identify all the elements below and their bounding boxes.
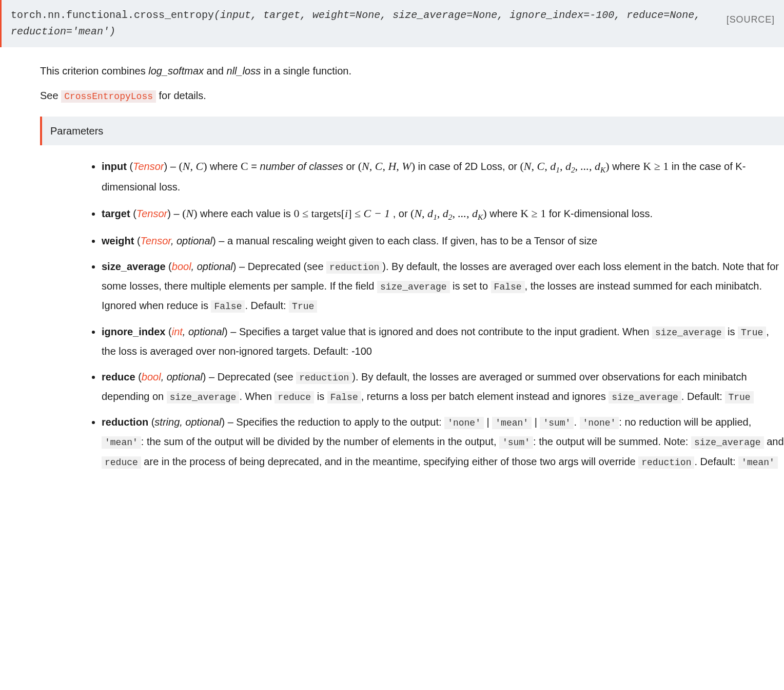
intro-paragraph: This criterion combines log_softmax and … — [40, 63, 784, 79]
param-size-average: size_average (bool, optional) – Deprecat… — [102, 257, 784, 316]
parameter-list: input (Tensor) – (N, C) where C = number… — [40, 156, 784, 471]
math-nchw: (N, C, H, W) — [358, 160, 415, 172]
tensor-type-link[interactable]: Tensor — [141, 235, 171, 246]
intro-em1: log_softmax — [148, 65, 204, 76]
intro-em2: nll_loss — [227, 65, 261, 76]
cross-entropy-loss-link[interactable]: CrossEntropyLoss — [61, 90, 156, 103]
param-input: input (Tensor) – (N, C) where C = number… — [102, 156, 784, 197]
parameters-header: Parameters — [40, 117, 784, 145]
source-link[interactable]: [SOURCE] — [727, 7, 775, 27]
int-type-link[interactable]: int — [172, 326, 183, 337]
bool-type-link[interactable]: bool — [172, 261, 191, 272]
param-ignore-index: ignore_index (int, optional) – Specifies… — [102, 322, 784, 361]
doc-body: This criterion combines log_softmax and … — [0, 47, 784, 471]
sig-name: cross_entropy — [134, 9, 214, 21]
tensor-type-link[interactable]: Tensor — [133, 161, 164, 172]
function-signature: torch.nn.functional.cross_entropy(input,… — [0, 0, 784, 47]
see-also: See CrossEntropyLoss for details. — [40, 87, 784, 104]
param-weight: weight (Tensor, optional) – a manual res… — [102, 231, 784, 251]
math-ncd: (N, C, d1, d2, ..., dK) — [520, 160, 610, 172]
param-target: target (Tensor) – (N) where each value i… — [102, 203, 784, 225]
param-reduction: reduction (string, optional) – Specifies… — [102, 412, 784, 471]
param-reduce: reduce (bool, optional) – Deprecated (se… — [102, 367, 784, 406]
signature-text: torch.nn.functional.cross_entropy(input,… — [11, 7, 716, 40]
bool-type-link[interactable]: bool — [142, 371, 161, 382]
tensor-type-link[interactable]: Tensor — [136, 208, 167, 219]
math-nc: (N, C) — [179, 160, 207, 172]
sig-prefix: torch.nn.functional. — [11, 9, 134, 21]
